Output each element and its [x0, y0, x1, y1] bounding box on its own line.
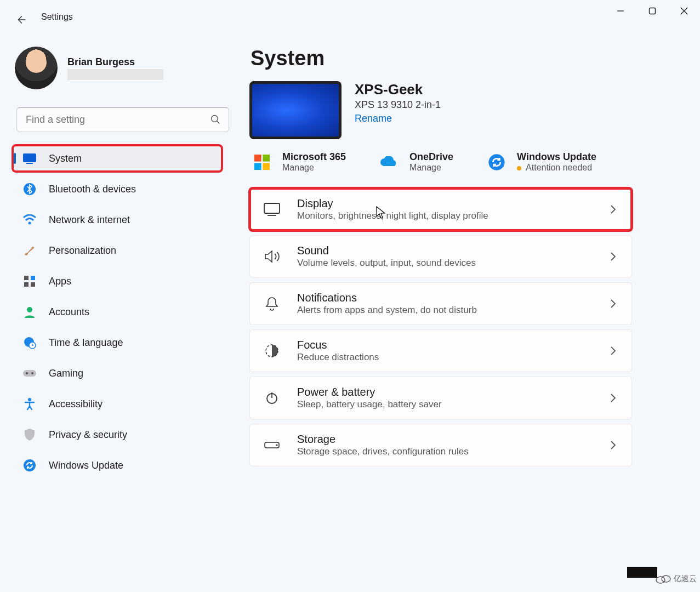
card-notifications[interactable]: NotificationsAlerts from apps and system…	[249, 282, 632, 325]
card-sub: Storage space, drives, configuration rul…	[297, 446, 594, 457]
sidebar-item-gaming[interactable]: Gaming	[13, 360, 222, 386]
card-storage[interactable]: StorageStorage space, drives, configurat…	[249, 424, 632, 466]
chevron-right-icon	[610, 204, 619, 214]
svg-point-19	[26, 372, 28, 374]
svg-rect-14	[31, 282, 35, 287]
card-sub: Monitors, brightness, night light, displ…	[297, 210, 594, 221]
sidebar-item-network[interactable]: Network & internet	[13, 207, 222, 233]
sidebar-item-accessibility[interactable]: Accessibility	[13, 391, 222, 417]
svg-rect-28	[264, 203, 280, 213]
back-button[interactable]	[11, 10, 31, 30]
app-title: Settings	[41, 12, 73, 22]
rename-link[interactable]: Rename	[355, 113, 392, 124]
search-icon	[210, 114, 221, 125]
card-sound[interactable]: SoundVolume levels, output, input, sound…	[249, 235, 632, 278]
svg-rect-8	[26, 163, 33, 164]
search-box[interactable]	[16, 107, 229, 132]
quick-sub: Manage	[282, 163, 346, 173]
svg-point-35	[656, 577, 665, 583]
sound-icon	[262, 247, 282, 266]
sidebar-item-time[interactable]: Time & language	[13, 329, 222, 356]
card-sub: Sleep, battery usage, battery saver	[297, 399, 594, 410]
nav-list: System Bluetooth & devices Network & int…	[13, 145, 233, 479]
search-input[interactable]	[25, 113, 210, 126]
sidebar-item-label: Accounts	[49, 306, 89, 318]
svg-point-34	[276, 445, 278, 446]
svg-point-21	[28, 398, 31, 401]
gamepad-icon	[22, 366, 37, 380]
svg-line-6	[217, 121, 220, 124]
card-display[interactable]: DisplayMonitors, brightness, night light…	[249, 188, 632, 231]
svg-rect-11	[24, 276, 29, 280]
globe-clock-icon	[22, 335, 37, 350]
bluetooth-icon	[22, 182, 37, 196]
quick-m365[interactable]: Microsoft 365Manage	[252, 151, 346, 173]
device-model: XPS 13 9310 2-in-1	[355, 99, 441, 111]
chevron-right-icon	[610, 252, 619, 261]
quick-onedrive[interactable]: OneDriveManage	[379, 151, 453, 173]
svg-rect-18	[23, 370, 36, 377]
svg-point-15	[27, 307, 32, 312]
sidebar-item-update[interactable]: Windows Update	[13, 452, 222, 479]
person-icon	[22, 305, 37, 319]
card-sub: Reduce distractions	[297, 352, 594, 363]
svg-rect-13	[24, 282, 29, 287]
svg-rect-1	[650, 8, 656, 14]
card-focus[interactable]: FocusReduce distractions	[249, 329, 632, 372]
sidebar-item-apps[interactable]: Apps	[13, 268, 222, 294]
svg-rect-23	[254, 155, 261, 162]
device-name: XPS-Geek	[355, 81, 441, 98]
sidebar-item-label: Privacy & security	[49, 429, 127, 441]
card-title: Storage	[297, 433, 594, 446]
quick-title: Windows Update	[517, 151, 596, 163]
storage-icon	[262, 435, 282, 455]
update-icon	[486, 152, 507, 173]
sidebar-item-privacy[interactable]: Privacy & security	[13, 422, 222, 448]
paintbrush-icon	[22, 243, 37, 258]
quick-sub: Manage	[409, 163, 453, 173]
sidebar-item-accounts[interactable]: Accounts	[13, 299, 222, 325]
close-button[interactable]	[668, 0, 700, 22]
user-email-redacted	[67, 69, 163, 80]
svg-rect-26	[263, 163, 270, 170]
chevron-right-icon	[610, 440, 619, 450]
svg-point-36	[662, 576, 670, 582]
svg-rect-24	[263, 155, 270, 162]
accessibility-icon	[22, 397, 37, 411]
device-summary: XPS-Geek XPS 13 9310 2-in-1 Rename	[249, 81, 689, 139]
minimize-button[interactable]	[605, 0, 636, 22]
user-profile[interactable]: Brian Burgess	[3, 44, 233, 95]
device-thumbnail	[249, 81, 342, 139]
focus-icon	[262, 341, 282, 361]
user-name: Brian Burgess	[67, 56, 163, 68]
maximize-button[interactable]	[636, 0, 668, 22]
settings-cards: DisplayMonitors, brightness, night light…	[249, 188, 632, 466]
sidebar-item-bluetooth[interactable]: Bluetooth & devices	[13, 176, 222, 202]
card-title: Focus	[297, 339, 594, 351]
quick-sub: Attention needed	[517, 163, 596, 173]
sidebar-item-label: System	[49, 153, 82, 164]
svg-rect-7	[23, 153, 36, 162]
onedrive-icon	[379, 152, 400, 173]
avatar	[15, 47, 58, 89]
quick-title: Microsoft 365	[282, 151, 346, 163]
svg-point-10	[29, 222, 31, 225]
sidebar-item-personalization[interactable]: Personalization	[13, 237, 222, 264]
system-icon	[22, 151, 37, 166]
sidebar-item-label: Accessibility	[49, 399, 103, 410]
card-title: Power & battery	[297, 386, 594, 399]
sidebar-item-label: Time & language	[49, 337, 123, 349]
shield-icon	[22, 428, 37, 442]
bell-icon	[262, 294, 282, 314]
card-power[interactable]: Power & batterySleep, battery usage, bat…	[249, 377, 632, 419]
page-title: System	[251, 47, 689, 70]
sidebar-item-system[interactable]: System	[13, 145, 222, 172]
svg-rect-12	[31, 276, 35, 280]
card-title: Sound	[297, 244, 594, 257]
card-sub: Volume levels, output, input, sound devi…	[297, 258, 594, 269]
svg-point-20	[31, 372, 33, 374]
watermark-text: 亿速云	[674, 574, 697, 584]
quick-update[interactable]: Windows UpdateAttention needed	[486, 151, 596, 173]
sidebar-item-label: Gaming	[49, 368, 83, 379]
wifi-icon	[22, 213, 37, 227]
